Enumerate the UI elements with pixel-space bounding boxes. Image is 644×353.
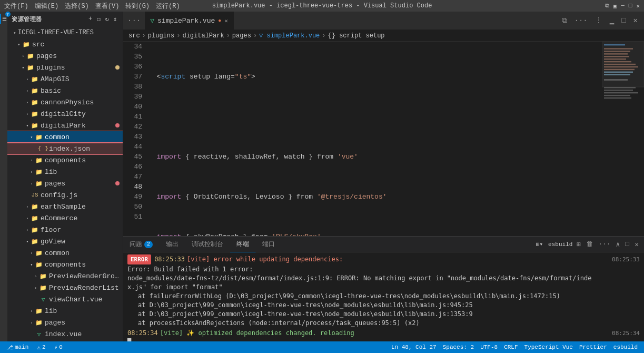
sidebar-item-common[interactable]: ▾ 📁 common: [7, 131, 123, 143]
window-controls[interactable]: ⧉ ▣ ─ □ ✕: [605, 3, 640, 9]
panel-close-icon[interactable]: ✕: [633, 239, 640, 250]
code-editor[interactable]: 34 35 36 37 38 39 40 41 42 43 44 45 46 4…: [123, 42, 602, 236]
menu-goto[interactable]: 转到(G): [125, 2, 150, 11]
sidebar-item-digitalpark[interactable]: ▾ 📁 digitalPark: [7, 120, 123, 131]
success-message: [vite] ✨ optimized dependencies changed.…: [160, 329, 354, 338]
collapse-icon[interactable]: ⇕: [112, 15, 118, 24]
status-encoding[interactable]: UTF-8: [478, 344, 500, 350]
folder-icon: 📁: [35, 249, 43, 257]
chevron-down-icon: ▾: [28, 261, 35, 268]
sidebar-item-goview-common[interactable]: › 📁 common: [7, 247, 123, 259]
panel-split-icon[interactable]: ⊞: [576, 239, 582, 250]
src-label: src: [32, 41, 44, 48]
status-spaces[interactable]: Spaces: 2: [441, 344, 476, 350]
sidebar-item-floor[interactable]: › 📁 floor: [7, 224, 123, 236]
sidebar-item-configjs[interactable]: JS config.js: [7, 189, 123, 201]
menu-view[interactable]: 查看(V): [95, 2, 120, 11]
panel-maximize-icon[interactable]: □: [624, 239, 630, 249]
sidebar-item-components[interactable]: › 📁 components: [7, 154, 123, 166]
tab-simpleparkvue[interactable]: ▽ simplePark.vue ● ✕: [145, 12, 234, 30]
status-cursor[interactable]: Ln 48, Col 27: [389, 344, 439, 350]
status-warnings[interactable]: ⚡ 0: [52, 344, 65, 351]
refresh-icon[interactable]: ↻: [104, 15, 111, 24]
sidebar-item-goview[interactable]: ▾ 📁 goView: [7, 236, 123, 247]
sidebar-item-stores[interactable]: › 📁 stores: [7, 340, 123, 341]
sidebar-item-viewchartvue[interactable]: ▽ viewChart.vue: [7, 293, 123, 305]
sidebar-item-goview-pages[interactable]: › 📁 pages: [7, 317, 123, 328]
sidebar-item-pages-root[interactable]: › 📁 pages: [7, 50, 123, 62]
close-panel-icon[interactable]: ✕: [631, 15, 640, 26]
sidebar-item-ecommerce[interactable]: › 📁 eCommerce: [7, 212, 123, 224]
sidebar-item-plugins[interactable]: ▾ 📁 plugins: [7, 62, 123, 73]
panel-chevron-up-icon[interactable]: ∧: [615, 239, 621, 250]
maximize-panel-icon[interactable]: □: [619, 15, 628, 26]
chevron-down-icon: ▾: [16, 41, 22, 47]
configjs-label: config.js: [41, 191, 77, 199]
sidebar-root[interactable]: ▾ ICEGL-THREE-VUE-TRES: [7, 27, 123, 38]
sidebar-header-icons[interactable]: + ◻ ↻ ⇕: [87, 15, 118, 24]
sidebar-item-cannonphysics[interactable]: › 📁 cannonPhysics: [7, 96, 123, 108]
folder-icon: 📁: [35, 318, 43, 327]
sidebar-item-indexvue[interactable]: ▽ index.vue: [7, 328, 123, 340]
status-prettier[interactable]: Prettier: [577, 344, 609, 350]
menu-select[interactable]: 选择(S): [65, 2, 89, 11]
tab-close-button[interactable]: ✕: [224, 17, 228, 24]
esbuild-label: esbuild: [548, 241, 572, 248]
window-layout-icon[interactable]: ▣: [613, 3, 617, 9]
breadcrumb-file[interactable]: ▽ simplePark.vue: [259, 32, 320, 40]
activity-explorer-icon[interactable]: ☰ 7: [0, 14, 7, 24]
tab-problems[interactable]: 问题 2: [123, 237, 160, 252]
esbuild-label: esbuild: [613, 344, 638, 350]
panel-more-icon[interactable]: ···: [597, 239, 611, 249]
split-editor-icon[interactable]: ⧉: [560, 15, 569, 26]
new-file-icon[interactable]: +: [87, 15, 94, 24]
menu-file[interactable]: 文件(F): [4, 2, 28, 11]
status-esbuild[interactable]: esbuild: [611, 344, 640, 350]
tab-terminal[interactable]: 终端: [230, 237, 256, 252]
sidebar-item-pages-dp[interactable]: › 📁 pages: [7, 178, 123, 189]
menu-edit[interactable]: 编辑(E): [35, 2, 59, 11]
status-eol[interactable]: CRLF: [502, 344, 520, 350]
sidebar-item-earthsample[interactable]: › 📁 earthSample: [7, 201, 123, 212]
window-grid-icon[interactable]: ⧉: [605, 3, 609, 9]
menu-bar[interactable]: 文件(F) 编辑(E) 选择(S) 查看(V) 转到(G) 运行(R): [4, 2, 180, 11]
new-folder-icon[interactable]: ◻: [96, 15, 102, 24]
breadcrumb-pages[interactable]: pages: [232, 32, 251, 40]
more-actions-icon[interactable]: ···: [572, 15, 590, 26]
status-branch[interactable]: ⎇ main: [4, 344, 31, 351]
sidebar-item-src[interactable]: ▾ 📁 src: [7, 38, 123, 50]
svg-rect-15: [604, 90, 633, 91]
status-language[interactable]: TypeScript Vue: [522, 344, 575, 350]
breadcrumb-plugins[interactable]: plugins: [148, 32, 174, 40]
spacer: [33, 296, 39, 302]
code-line-34: <script setup lang="ts">: [148, 72, 602, 82]
window-maximize-btn[interactable]: □: [629, 3, 632, 9]
tab-ports[interactable]: 端口: [256, 237, 282, 252]
sidebar-item-previewrenderlist[interactable]: › 📁 PreviewRenderList: [7, 282, 123, 293]
tab-debug-console[interactable]: 调试控制台: [185, 237, 230, 252]
sidebar-item-basic[interactable]: › 📁 basic: [7, 85, 123, 96]
tab-more-button[interactable]: ···: [123, 12, 145, 30]
terminal-content[interactable]: ERROR 08:25:33 [vite] error while updati…: [123, 252, 644, 341]
layout-icon[interactable]: ⋮: [593, 15, 605, 26]
minimize-panel-icon[interactable]: ▁: [608, 15, 616, 26]
sidebar-item-index-json[interactable]: { } index.json: [7, 143, 123, 154]
status-errors[interactable]: ⚠ 2: [35, 344, 47, 351]
digitalpark-label: digitalPark: [41, 122, 86, 130]
breadcrumb-src[interactable]: src: [128, 32, 140, 40]
code-content[interactable]: <script setup lang="ts"> import { reacti…: [146, 42, 602, 236]
window-minimize-btn[interactable]: ─: [621, 3, 625, 9]
breadcrumb-sep5: ›: [322, 32, 325, 40]
sidebar-item-goview-components[interactable]: ▾ 📁 components: [7, 259, 123, 270]
sidebar-item-digitalcity[interactable]: › 📁 digitalCity: [7, 108, 123, 120]
tab-output[interactable]: 输出: [160, 237, 185, 252]
sidebar-item-lib[interactable]: › 📁 lib: [7, 166, 123, 178]
panel-trash-icon[interactable]: 🗑: [585, 239, 594, 249]
sidebar-item-amapgis[interactable]: › 📁 AMapGIS: [7, 73, 123, 85]
window-close-btn[interactable]: ✕: [636, 3, 640, 9]
breadcrumb-section[interactable]: {} script setup: [328, 32, 385, 40]
menu-run[interactable]: 运行(R): [156, 2, 180, 11]
breadcrumb-digitalpark[interactable]: digitalPark: [182, 32, 224, 40]
sidebar-item-previewrendergroup[interactable]: › 📁 PreviewRenderGroup: [7, 270, 123, 282]
sidebar-item-goview-lib[interactable]: › 📁 lib: [7, 305, 123, 317]
